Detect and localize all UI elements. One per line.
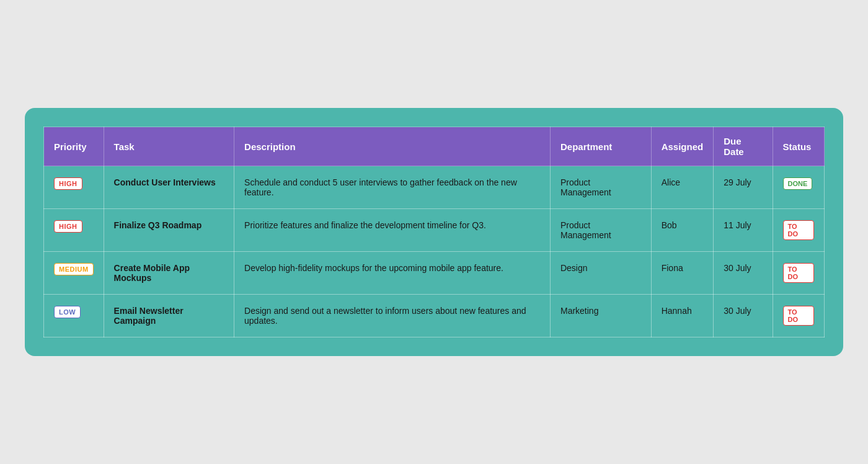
col-status: Status	[773, 127, 824, 166]
cell-due-date: 29 July	[714, 166, 773, 209]
task-table: Priority Task Description Department Ass…	[43, 127, 825, 337]
col-due-date: Due Date	[714, 127, 773, 166]
priority-badge: LOW	[54, 306, 81, 318]
table-row: MEDIUMCreate Mobile App MockupsDevelop h…	[44, 252, 825, 295]
col-task: Task	[104, 127, 234, 166]
cell-department: Product Management	[550, 209, 651, 252]
col-priority: Priority	[44, 127, 104, 166]
cell-description: Design and send out a newsletter to info…	[234, 295, 551, 337]
cell-description: Prioritize features and finalize the dev…	[234, 209, 551, 252]
cell-department: Product Management	[550, 166, 651, 209]
cell-assigned: Hannah	[651, 295, 714, 337]
cell-status: DONE	[773, 166, 824, 209]
main-card: Priority Task Description Department Ass…	[25, 108, 843, 356]
cell-department: Design	[550, 252, 651, 295]
table-row: LOWEmail Newsletter CampaignDesign and s…	[44, 295, 825, 337]
cell-due-date: 30 July	[714, 252, 773, 295]
cell-due-date: 11 July	[714, 209, 773, 252]
col-description: Description	[234, 127, 551, 166]
table-row: HIGHFinalize Q3 RoadmapPrioritize featur…	[44, 209, 825, 252]
status-badge: TO DO	[783, 306, 814, 326]
cell-task: Create Mobile App Mockups	[104, 252, 234, 295]
cell-priority: MEDIUM	[44, 252, 104, 295]
status-badge: DONE	[783, 177, 813, 190]
priority-badge: MEDIUM	[54, 263, 94, 275]
cell-task: Conduct User Interviews	[104, 166, 234, 209]
cell-description: Schedule and conduct 5 user interviews t…	[234, 166, 551, 209]
cell-department: Marketing	[550, 295, 651, 337]
cell-task: Email Newsletter Campaign	[104, 295, 234, 337]
cell-due-date: 30 July	[714, 295, 773, 337]
cell-status: TO DO	[773, 295, 824, 337]
cell-assigned: Bob	[651, 209, 714, 252]
status-badge: TO DO	[783, 220, 814, 240]
status-badge: TO DO	[783, 263, 814, 283]
cell-task: Finalize Q3 Roadmap	[104, 209, 234, 252]
cell-status: TO DO	[773, 209, 824, 252]
cell-assigned: Alice	[651, 166, 714, 209]
priority-badge: HIGH	[54, 220, 82, 233]
table-row: HIGHConduct User InterviewsSchedule and …	[44, 166, 825, 209]
cell-priority: HIGH	[44, 166, 104, 209]
col-department: Department	[550, 127, 651, 166]
cell-status: TO DO	[773, 252, 824, 295]
table-header-row: Priority Task Description Department Ass…	[44, 127, 825, 166]
cell-description: Develop high-fidelity mockups for the up…	[234, 252, 551, 295]
cell-assigned: Fiona	[651, 252, 714, 295]
priority-badge: HIGH	[54, 177, 82, 190]
cell-priority: HIGH	[44, 209, 104, 252]
col-assigned: Assigned	[651, 127, 714, 166]
cell-priority: LOW	[44, 295, 104, 337]
